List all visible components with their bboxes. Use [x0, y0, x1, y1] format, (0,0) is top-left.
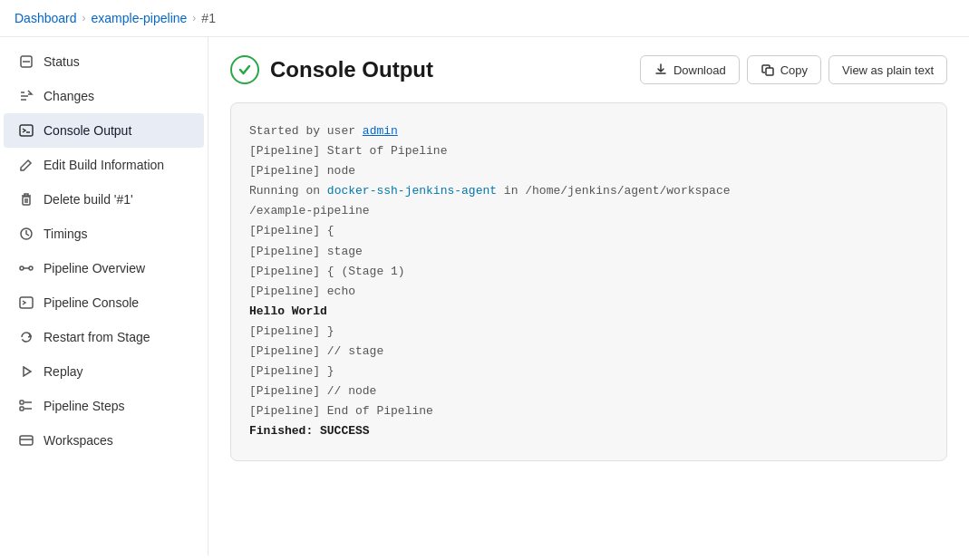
svg-rect-19 [766, 68, 773, 75]
edit-icon [18, 157, 34, 173]
sidebar-item-pipeline-steps[interactable]: Pipeline Steps [4, 389, 204, 423]
sidebar: Status Changes Co [0, 37, 208, 555]
sidebar-item-delete-build[interactable]: Delete build '#1' [4, 182, 204, 217]
sidebar-item-pipeline-steps-label: Pipeline Steps [44, 399, 125, 413]
console-line-13: [Pipeline] } [249, 362, 928, 381]
download-label: Download [673, 63, 726, 77]
agent-link[interactable]: docker-ssh-jenkins-agent [327, 184, 497, 198]
breadcrumb-sep2: › [192, 12, 196, 24]
main-content: Console Output Download [208, 37, 969, 555]
sidebar-item-changes-label: Changes [44, 89, 94, 103]
breadcrumb-pipeline[interactable]: example-pipeline [92, 11, 188, 25]
sidebar-item-edit-build[interactable]: Edit Build Information [4, 148, 204, 182]
sidebar-item-workspaces[interactable]: Workspaces [4, 423, 204, 458]
view-plain-text-label: View as plain text [842, 63, 934, 77]
console-line-12: [Pipeline] // stage [249, 342, 928, 362]
view-plain-text-button[interactable]: View as plain text [828, 55, 947, 84]
console-line-16: Finished: SUCCESS [249, 421, 928, 441]
sidebar-item-console-output[interactable]: Console Output [4, 113, 204, 148]
sidebar-item-timings-label: Timings [44, 227, 88, 241]
sidebar-item-replay[interactable]: Replay [4, 354, 204, 389]
console-header: Console Output Download [230, 55, 947, 84]
page-title: Console Output [270, 57, 433, 82]
copy-icon [761, 63, 775, 77]
sidebar-item-replay-label: Replay [44, 364, 83, 379]
console-line-1: Started by user admin [249, 121, 928, 141]
console-line-4: Running on docker-ssh-jenkins-agent in /… [249, 181, 928, 201]
main-layout: Status Changes Co [0, 37, 969, 555]
console-line-11: [Pipeline] } [249, 322, 928, 342]
delete-icon [18, 191, 34, 208]
svg-point-8 [20, 266, 24, 270]
sidebar-item-pipeline-console[interactable]: Pipeline Console [4, 285, 204, 320]
copy-label: Copy [780, 63, 808, 77]
console-icon [18, 122, 34, 139]
pipeline-overview-icon [18, 260, 34, 276]
breadcrumb-sep1: › [82, 12, 86, 24]
download-button[interactable]: Download [640, 55, 740, 84]
sidebar-item-status[interactable]: Status [4, 44, 204, 79]
status-icon [18, 53, 34, 70]
sidebar-item-pipeline-overview[interactable]: Pipeline Overview [4, 251, 204, 285]
console-line-5: /example-pipeline [249, 201, 928, 221]
sidebar-item-pipeline-console-label: Pipeline Console [44, 295, 139, 310]
console-line-14: [Pipeline] // node [249, 381, 928, 401]
restart-icon [18, 329, 34, 345]
timings-icon [18, 226, 34, 242]
svg-rect-13 [20, 401, 24, 404]
pipeline-console-icon [18, 294, 34, 311]
sidebar-item-timings[interactable]: Timings [4, 217, 204, 251]
svg-rect-4 [23, 197, 30, 205]
console-line-8: [Pipeline] { (Stage 1) [249, 262, 928, 282]
console-line-15: [Pipeline] End of Pipeline [249, 401, 928, 421]
sidebar-item-delete-label: Delete build '#1' [44, 192, 133, 207]
breadcrumb-build: #1 [201, 11, 216, 25]
sidebar-item-workspaces-label: Workspaces [44, 433, 113, 448]
console-line-2: [Pipeline] Start of Pipeline [249, 141, 928, 161]
sidebar-item-console-label: Console Output [44, 123, 131, 138]
console-line-7: [Pipeline] stage [249, 242, 928, 262]
admin-link[interactable]: admin [363, 124, 398, 138]
download-icon [654, 63, 668, 77]
console-line-10: Hello World [249, 302, 928, 322]
svg-marker-12 [24, 367, 31, 376]
workspaces-icon [18, 432, 34, 449]
changes-icon [18, 88, 34, 104]
console-line-9: [Pipeline] echo [249, 282, 928, 302]
svg-point-9 [29, 266, 33, 270]
sidebar-item-pipeline-overview-label: Pipeline Overview [44, 261, 145, 275]
breadcrumb: Dashboard › example-pipeline › #1 [0, 0, 969, 37]
console-line-3: [Pipeline] node [249, 161, 928, 181]
pipeline-steps-icon [18, 398, 34, 414]
svg-rect-17 [20, 436, 33, 445]
toolbar: Download Copy View as plain text [640, 55, 947, 84]
build-success-icon [230, 55, 259, 84]
sidebar-item-status-label: Status [44, 54, 80, 69]
copy-button[interactable]: Copy [747, 55, 821, 84]
sidebar-item-restart-label: Restart from Stage [44, 330, 150, 344]
replay-icon [18, 363, 34, 380]
sidebar-item-edit-label: Edit Build Information [44, 158, 164, 172]
console-line-6: [Pipeline] { [249, 221, 928, 241]
svg-rect-14 [20, 407, 24, 410]
console-output-panel: Started by user admin [Pipeline] Start o… [230, 102, 947, 461]
breadcrumb-dashboard[interactable]: Dashboard [15, 11, 77, 25]
sidebar-item-restart-stage[interactable]: Restart from Stage [4, 320, 204, 354]
sidebar-item-changes[interactable]: Changes [4, 79, 204, 113]
